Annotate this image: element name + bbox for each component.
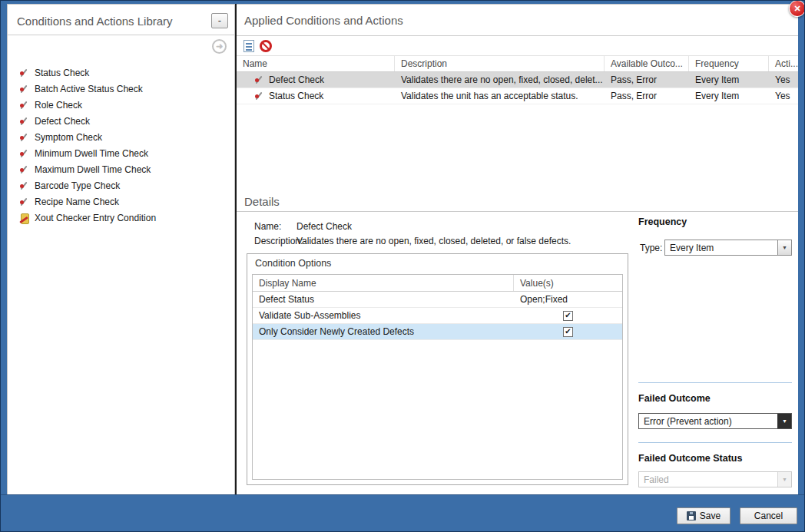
column-header-description[interactable]: Description bbox=[395, 56, 605, 71]
separator bbox=[638, 442, 792, 443]
option-row-validate-sub-assemblies[interactable]: Validate Sub-Assemblies ✔ bbox=[253, 308, 622, 324]
dropdown-arrow-glyph: ▼ bbox=[782, 418, 787, 424]
applied-row-outcomes: Pass, Error bbox=[605, 88, 689, 104]
condition-icon bbox=[18, 197, 29, 207]
condition-icon bbox=[18, 148, 29, 159]
frequency-heading: Frequency bbox=[638, 216, 687, 227]
cancel-button-label: Cancel bbox=[754, 511, 783, 521]
column-header-active[interactable]: Acti... bbox=[769, 56, 798, 71]
frequency-type-value: Every Item bbox=[665, 240, 777, 255]
details-description-row: Description: Validates there are no open… bbox=[254, 236, 571, 246]
applied-row-name: Status Check bbox=[237, 88, 395, 104]
applied-row-frequency: Every Item bbox=[689, 72, 769, 88]
check-icon: ✔ bbox=[565, 312, 571, 319]
details-header: Details bbox=[237, 192, 798, 212]
applied-header: Applied Conditions and Actions bbox=[237, 5, 798, 36]
applied-title: Applied Conditions and Actions bbox=[244, 14, 403, 27]
applied-row-description: Validates the unit has an acceptable sta… bbox=[395, 88, 605, 104]
applied-row-name: Defect Check bbox=[237, 72, 395, 88]
applied-row-defect-check[interactable]: Defect Check Validates there are no open… bbox=[237, 72, 798, 88]
frequency-type-select[interactable]: Every Item ▼ bbox=[664, 240, 792, 256]
column-header-available-outcomes[interactable]: Available Outco... bbox=[605, 56, 689, 71]
option-value: ✔ bbox=[514, 308, 622, 323]
applied-toolbar bbox=[237, 36, 798, 55]
name-label: Name: bbox=[254, 221, 296, 232]
library-item-recipe-name-check[interactable]: Recipe Name Check bbox=[8, 193, 234, 210]
option-value[interactable]: Open;Fixed bbox=[514, 292, 622, 307]
option-display-name: Defect Status bbox=[253, 292, 514, 307]
library-item-role-check[interactable]: Role Check bbox=[8, 97, 234, 113]
condition-icon bbox=[18, 132, 29, 143]
column-header-display-name[interactable]: Display Name bbox=[253, 275, 514, 291]
option-row-defect-status[interactable]: Defect Status Open;Fixed bbox=[253, 292, 622, 308]
library-item-barcode-type-check[interactable]: Barcode Type Check bbox=[8, 177, 234, 193]
option-value: ✔ bbox=[514, 324, 622, 339]
column-header-name[interactable]: Name bbox=[237, 56, 395, 71]
chevron-down-icon[interactable]: ▼ bbox=[777, 240, 791, 255]
edit-condition-icon[interactable] bbox=[243, 40, 254, 52]
library-item-defect-check[interactable]: Defect Check bbox=[8, 113, 234, 129]
check-icon: ✔ bbox=[565, 328, 571, 335]
applied-row-name-label: Defect Check bbox=[269, 74, 324, 85]
library-item-batch-active-status-check[interactable]: Batch Active Status Check bbox=[8, 81, 234, 97]
condition-icon bbox=[18, 84, 29, 94]
library-item-label: Minimum Dwell Time Check bbox=[35, 148, 148, 159]
library-item-label: Barcode Type Check bbox=[35, 180, 120, 191]
library-panel: Conditions and Actions Library - ➜ Statu… bbox=[7, 4, 235, 494]
failed-outcome-heading: Failed Outcome bbox=[638, 393, 711, 404]
applied-row-frequency: Every Item bbox=[689, 88, 769, 104]
save-button[interactable]: Save bbox=[677, 507, 730, 524]
applied-row-active: Yes bbox=[769, 88, 798, 104]
failed-outcome-status-heading: Failed Outcome Status bbox=[638, 453, 742, 464]
library-item-minimum-dwell-time-check[interactable]: Minimum Dwell Time Check bbox=[8, 145, 234, 161]
arrow-right-icon: ➜ bbox=[216, 41, 223, 51]
dropdown-arrow-glyph: ▼ bbox=[782, 245, 787, 250]
details-name-row: Name: Defect Check bbox=[254, 221, 352, 232]
library-item-label: Defect Check bbox=[35, 116, 90, 127]
save-button-label: Save bbox=[700, 511, 721, 521]
library-item-label: Status Check bbox=[35, 68, 89, 78]
applied-row-name-label: Status Check bbox=[269, 91, 323, 101]
condition-icon bbox=[18, 164, 29, 175]
applied-row-active: Yes bbox=[769, 72, 798, 88]
column-header-frequency[interactable]: Frequency bbox=[689, 56, 769, 71]
details-body: Name: Defect Check Description: Validate… bbox=[237, 212, 798, 494]
cancel-button[interactable]: Cancel bbox=[740, 507, 797, 524]
condition-options-title: Condition Options bbox=[247, 254, 628, 272]
footer-bar: Save Cancel bbox=[1, 494, 804, 531]
library-item-xout-checker-entry-condition[interactable]: Xout Checker Entry Condition bbox=[8, 210, 234, 226]
close-button[interactable]: ✕ bbox=[789, 0, 805, 17]
collapse-library-button[interactable]: - bbox=[211, 13, 228, 28]
chevron-down-icon[interactable]: ▼ bbox=[777, 414, 791, 428]
separator bbox=[638, 382, 792, 383]
checkbox-checked[interactable]: ✔ bbox=[563, 311, 573, 321]
chevron-down-icon: ▼ bbox=[777, 472, 791, 487]
condition-icon bbox=[253, 91, 264, 101]
failed-outcome-status-select: Failed ▼ bbox=[638, 471, 792, 487]
applied-row-outcomes: Pass, Error bbox=[605, 72, 689, 88]
applied-row-status-check[interactable]: Status Check Validates the unit has an a… bbox=[237, 88, 798, 104]
description-value: Validates there are no open, fixed, clos… bbox=[296, 236, 571, 246]
condition-icon bbox=[18, 68, 29, 78]
condition-icon bbox=[18, 180, 29, 191]
library-item-status-check[interactable]: Status Check bbox=[8, 64, 234, 81]
description-label: Description: bbox=[254, 236, 296, 246]
library-item-label: Symptom Check bbox=[35, 132, 102, 143]
condition-options-header: Display Name Value(s) bbox=[253, 275, 622, 292]
remove-condition-icon[interactable] bbox=[260, 40, 272, 52]
apply-condition-arrow-button[interactable]: ➜ bbox=[212, 39, 227, 54]
option-display-name: Only Consider Newly Created Defects bbox=[253, 324, 514, 339]
checkbox-checked[interactable]: ✔ bbox=[563, 327, 573, 337]
library-item-label: Batch Active Status Check bbox=[35, 84, 143, 94]
applied-panel: Applied Conditions and Actions Name Desc… bbox=[237, 4, 798, 494]
save-icon bbox=[687, 511, 696, 520]
failed-outcome-status-value: Failed bbox=[639, 472, 777, 487]
failed-outcome-select[interactable]: Error (Prevent action) ▼ bbox=[638, 413, 792, 429]
option-row-only-consider-newly-created-defects[interactable]: Only Consider Newly Created Defects ✔ bbox=[253, 324, 622, 340]
library-item-label: Recipe Name Check bbox=[35, 197, 119, 207]
library-item-symptom-check[interactable]: Symptom Check bbox=[8, 129, 234, 145]
library-arrow-row: ➜ bbox=[8, 35, 234, 55]
column-header-values[interactable]: Value(s) bbox=[514, 275, 622, 291]
library-item-maximum-dwell-time-check[interactable]: Maximum Dwell Time Check bbox=[8, 161, 234, 177]
applied-row-description: Validates there are no open, fixed, clos… bbox=[395, 72, 605, 88]
